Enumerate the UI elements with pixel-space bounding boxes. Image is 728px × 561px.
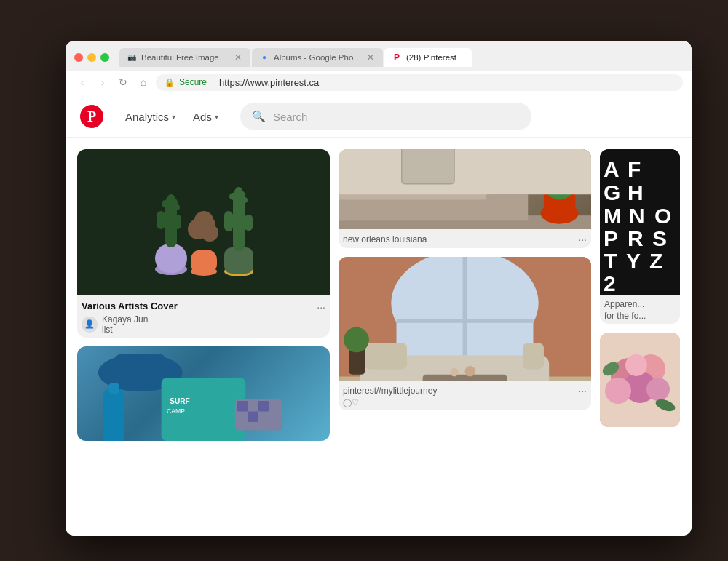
- artists-cover-image: [77, 149, 330, 295]
- svg-point-15: [192, 214, 215, 237]
- tab-close-1[interactable]: ✕: [234, 53, 242, 62]
- svg-point-78: [605, 378, 631, 404]
- tabs-bar: 📷 Beautiful Free Images & Pictur... ✕ ● …: [119, 48, 683, 67]
- svg-text:T: T: [604, 249, 617, 273]
- user-name: Kagaya Jun: [102, 314, 148, 325]
- svg-rect-49: [397, 319, 534, 323]
- new-orleans-image: [339, 149, 591, 229]
- svg-rect-48: [463, 257, 467, 356]
- pin-card-floral[interactable]: [600, 333, 680, 427]
- title-bar: 📷 Beautiful Free Images & Pictur... ✕ ● …: [66, 41, 692, 71]
- tab-title-2: Albums - Google Photos: [274, 53, 363, 62]
- tab-2[interactable]: ● Albums - Google Photos ✕: [252, 48, 383, 67]
- minimize-button[interactable]: [87, 53, 96, 62]
- interior-info: pinterest//mylittlejourney ··· ◯♡: [339, 381, 591, 410]
- url-divider: [213, 77, 213, 87]
- pin-column-2: new orleans louisiana ···: [339, 149, 591, 525]
- svg-rect-43: [339, 149, 591, 194]
- interior-icons: ◯♡: [343, 398, 587, 407]
- ads-nav-item[interactable]: Ads ▾: [186, 105, 226, 129]
- pinterest-logo[interactable]: P: [80, 105, 103, 128]
- pin-card-new-orleans[interactable]: new orleans louisiana ···: [339, 149, 591, 248]
- close-button[interactable]: [74, 53, 83, 62]
- surf-illustration: SURF CAMP: [77, 346, 330, 441]
- search-icon: 🔍: [252, 110, 266, 123]
- svg-rect-30: [237, 401, 248, 411]
- artists-cover-more-icon[interactable]: ···: [317, 301, 325, 313]
- svg-text:H: H: [628, 180, 644, 204]
- svg-point-8: [174, 204, 180, 210]
- svg-point-80: [625, 354, 647, 376]
- svg-text:Y: Y: [626, 249, 641, 273]
- user-avatar: 👤: [82, 317, 98, 333]
- tab-favicon-2: ●: [259, 52, 269, 63]
- svg-text:A: A: [604, 157, 620, 181]
- content-area: Various Artists Cover ··· 👤 Kagaya Jun i…: [66, 138, 692, 536]
- tab-3[interactable]: P (28) Pinterest: [384, 48, 472, 67]
- back-button[interactable]: ‹: [74, 74, 90, 90]
- svg-rect-1: [155, 244, 187, 273]
- browser-window: 📷 Beautiful Free Images & Pictur... ✕ ● …: [66, 41, 692, 536]
- pin-card-artists-cover[interactable]: Various Artists Cover ··· 👤 Kagaya Jun i…: [77, 149, 330, 338]
- secure-text: Secure: [179, 77, 207, 87]
- pin-card-interior[interactable]: pinterest//mylittlejourney ··· ◯♡: [339, 257, 591, 410]
- surf-image: SURF CAMP: [77, 346, 330, 441]
- home-button[interactable]: ⌂: [135, 74, 151, 90]
- tab-close-2[interactable]: ✕: [367, 53, 374, 62]
- svg-rect-31: [248, 411, 258, 421]
- typography-info: Apparen... for the fo...: [600, 295, 680, 324]
- svg-point-56: [465, 366, 475, 376]
- pin-grid: Various Artists Cover ··· 👤 Kagaya Jun i…: [66, 138, 692, 536]
- nav-items: Analytics ▾ Ads ▾: [118, 105, 226, 129]
- reload-button[interactable]: ↻: [115, 74, 131, 90]
- new-orleans-more[interactable]: ···: [578, 234, 587, 245]
- forward-button[interactable]: ›: [95, 74, 111, 90]
- user-sub: ilst: [102, 325, 148, 335]
- svg-text:Z: Z: [649, 249, 662, 273]
- interior-more[interactable]: ···: [578, 385, 587, 397]
- svg-rect-53: [523, 343, 544, 369]
- address-bar[interactable]: 🔒 Secure https://www.pinterest.ca: [156, 74, 683, 91]
- tab-favicon-3: P: [392, 52, 402, 63]
- floral-image: [600, 333, 680, 427]
- svg-point-24: [242, 197, 248, 203]
- svg-rect-32: [258, 401, 269, 411]
- analytics-nav-item[interactable]: Analytics ▾: [118, 105, 183, 129]
- analytics-chevron: ▾: [172, 113, 175, 121]
- interior-title: pinterest//mylittlejourney: [343, 386, 437, 396]
- interior-illustration: [339, 257, 591, 381]
- svg-rect-34: [108, 383, 119, 393]
- svg-text:F: F: [628, 157, 641, 181]
- svg-rect-52: [365, 343, 407, 369]
- svg-point-55: [450, 367, 459, 376]
- svg-rect-54: [423, 374, 507, 380]
- tab-1[interactable]: 📷 Beautiful Free Images & Pictur... ✕: [119, 48, 250, 67]
- svg-text:R: R: [628, 226, 644, 250]
- pin-info-artists-cover: Various Artists Cover ··· 👤 Kagaya Jun i…: [77, 295, 330, 338]
- analytics-label: Analytics: [125, 111, 169, 123]
- svg-rect-20: [245, 215, 253, 231]
- svg-text:P: P: [604, 226, 618, 250]
- pin-card-surf[interactable]: SURF CAMP: [77, 346, 330, 441]
- pinterest-nav: P Analytics ▾ Ads ▾ 🔍 Search: [66, 97, 692, 138]
- url-text: https://www.pinterest.ca: [219, 77, 319, 88]
- ads-chevron: ▾: [215, 113, 218, 121]
- pin-column-3: A F G H M N O P R S T Y: [600, 149, 680, 525]
- typography-illustration: A F G H M N O P R S T Y: [600, 149, 680, 295]
- floral-illustration: [600, 333, 680, 427]
- search-box[interactable]: 🔍 Search: [240, 103, 531, 130]
- svg-point-9: [167, 194, 175, 202]
- screen-wrapper: 📷 Beautiful Free Images & Pictur... ✕ ● …: [66, 41, 692, 536]
- traffic-lights: [74, 53, 109, 62]
- pin-card-typography[interactable]: A F G H M N O P R S T Y: [600, 149, 680, 324]
- typography-title: Apparen...: [604, 299, 676, 309]
- svg-rect-33: [103, 388, 124, 440]
- maximize-button[interactable]: [100, 53, 109, 62]
- svg-point-25: [235, 187, 242, 194]
- svg-text:SURF: SURF: [170, 397, 190, 405]
- tab-favicon-1: 📷: [127, 52, 137, 63]
- svg-rect-11: [191, 250, 217, 274]
- svg-text:2: 2: [604, 271, 616, 295]
- browser-chrome: 📷 Beautiful Free Images & Pictur... ✕ ● …: [66, 41, 692, 97]
- artists-cover-title: Various Artists Cover: [82, 301, 178, 311]
